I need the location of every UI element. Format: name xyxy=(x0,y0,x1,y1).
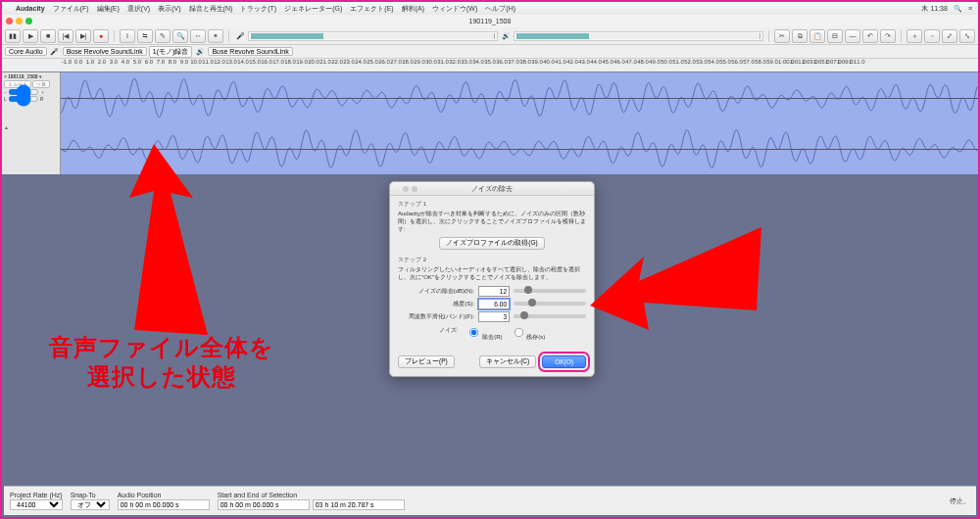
fit-selection-button[interactable]: ⤢ xyxy=(942,29,957,43)
sensitivity-slider[interactable] xyxy=(514,302,586,306)
annotation-arrow-right xyxy=(590,212,766,340)
noise-reduction-slider[interactable] xyxy=(514,289,586,293)
cut-button[interactable]: ✂ xyxy=(774,29,790,43)
tool-selection[interactable]: I xyxy=(120,29,135,43)
menu-help[interactable]: ヘルプ(H) xyxy=(485,4,515,14)
zoom-in-button[interactable]: ＋ xyxy=(906,29,922,43)
menu-extra-icon[interactable]: ≡ xyxy=(968,5,972,12)
snap-to-select[interactable]: オフ xyxy=(71,499,110,510)
record-button[interactable]: ● xyxy=(93,29,109,43)
track-close-icon[interactable]: × xyxy=(4,73,7,79)
copy-button[interactable]: ⧉ xyxy=(792,29,808,43)
speaker-icon: 🔊 xyxy=(194,46,206,58)
freq-smoothing-slider[interactable] xyxy=(514,314,586,318)
noise-reduction-label: ノイズの除去(dB)(N): xyxy=(398,287,474,296)
playback-device-select[interactable]: Bose Revolve SoundLink xyxy=(208,47,292,56)
fit-project-button[interactable]: ⤡ xyxy=(959,29,975,43)
speaker-icon: 🔊 xyxy=(500,30,512,42)
menu-select[interactable]: 選択(V) xyxy=(127,4,150,14)
get-noise-profile-button[interactable]: ノイズプロファイルの取得(G) xyxy=(439,237,544,250)
sensitivity-input[interactable] xyxy=(478,299,510,309)
recording-channels-select[interactable]: 1(モノ)録音 xyxy=(149,46,193,58)
audio-track[interactable]: ▲ xyxy=(2,123,978,174)
svg-marker-1 xyxy=(590,227,761,330)
menu-transport[interactable]: 録音と再生(N) xyxy=(189,4,233,14)
ok-button[interactable]: OK(O) xyxy=(542,355,586,368)
noise-removal-dialog: ノイズの除去 ステップ 1 Audacityが除去すべき対象を判断するために、ノ… xyxy=(389,181,595,377)
menu-file[interactable]: ファイル(F) xyxy=(53,4,89,14)
noise-remove-radio[interactable]: 除去(R) xyxy=(467,326,502,342)
skip-start-button[interactable]: |◀ xyxy=(58,29,74,43)
tool-envelope[interactable]: ≒ xyxy=(137,29,153,43)
tool-timeshift[interactable]: ↔ xyxy=(190,29,206,43)
recording-device-select[interactable]: Bose Revolve SoundLink xyxy=(63,47,147,56)
minimize-icon[interactable] xyxy=(403,186,409,192)
audio-track[interactable]: × 190119_1508 ▾ ミュートソロ − ＋ L R xyxy=(2,72,978,123)
menu-view[interactable]: 表示(V) xyxy=(158,4,180,14)
menu-window[interactable]: ウィンドウ(W) xyxy=(432,4,477,14)
selection-label: Start and End of Selection xyxy=(218,492,405,498)
selection-start-input[interactable] xyxy=(218,499,310,510)
track-control-panel[interactable]: × 190119_1508 ▾ ミュートソロ − ＋ L R xyxy=(2,72,61,123)
freq-smoothing-input[interactable] xyxy=(478,311,510,322)
track-control-panel-lower[interactable]: ▲ xyxy=(2,123,61,174)
cancel-button[interactable]: キャンセル(C) xyxy=(479,355,536,368)
waveform-channel-left[interactable] xyxy=(61,72,978,123)
waveform-channel-right[interactable] xyxy=(61,123,978,174)
transport-toolbar: ▮▮ ▶ ■ |◀ ▶| ● I ≒ ✎ 🔍 ↔ ✶ 🎤 🔊 ✂ ⧉ 📋 ⊟ ―… xyxy=(2,27,978,45)
maximize-icon[interactable] xyxy=(25,18,32,24)
minimize-icon[interactable] xyxy=(16,18,23,24)
stop-button[interactable]: ■ xyxy=(40,29,56,43)
annotation-text: 音声ファイル全体を 選択した状態 xyxy=(49,333,274,392)
step1-label: ステップ 1 xyxy=(398,200,586,209)
step1-description: Audacityが除去すべき対象を判断するために、ノイズのみの区間（数秒間）を選… xyxy=(398,211,586,233)
play-button[interactable]: ▶ xyxy=(23,29,38,43)
menu-analyze[interactable]: 解析(A) xyxy=(402,4,424,14)
selection-end-input[interactable] xyxy=(313,499,405,510)
noise-reduction-input[interactable] xyxy=(478,286,510,297)
menu-edit[interactable]: 編集(E) xyxy=(97,4,120,14)
audio-position-input[interactable] xyxy=(118,499,210,510)
menu-effect[interactable]: エフェクト(E) xyxy=(350,4,393,14)
tool-zoom[interactable]: 🔍 xyxy=(172,29,188,43)
silence-button[interactable]: ― xyxy=(845,29,860,43)
dialog-titlebar[interactable]: ノイズの除去 xyxy=(390,182,594,196)
noise-mode-label: ノイズ: xyxy=(439,326,459,342)
window-titlebar: 190119_1508 xyxy=(2,15,978,27)
playback-meter[interactable] xyxy=(514,31,763,41)
chevron-down-icon[interactable]: ▾ xyxy=(39,73,42,79)
step2-description: フィルタリングしたいオーディオをすべて選択し、除去の程度を選択し、次に"OK"を… xyxy=(398,266,586,282)
audio-position-label: Audio Position xyxy=(118,492,210,498)
selection-toolbar: Project Rate (Hz) 44100 Snap-To オフ Audio… xyxy=(4,486,976,515)
tool-multi[interactable]: ✶ xyxy=(208,29,223,43)
project-rate-select[interactable]: 44100 xyxy=(10,499,63,510)
skip-end-button[interactable]: ▶| xyxy=(75,29,91,43)
tracks-area: × 190119_1508 ▾ ミュートソロ − ＋ L R ▲ xyxy=(2,72,978,174)
maximize-icon[interactable] xyxy=(412,186,417,192)
window-traffic-lights[interactable] xyxy=(6,18,32,24)
device-toolbar: Core Audio 🎤 Bose Revolve SoundLink 1(モノ… xyxy=(2,45,978,59)
menu-tracks[interactable]: トラック(T) xyxy=(240,4,276,14)
sensitivity-label: 感度(S): xyxy=(398,300,474,308)
search-icon[interactable]: 🔍 xyxy=(954,5,962,13)
redo-button[interactable]: ↷ xyxy=(880,29,896,43)
undo-button[interactable]: ↶ xyxy=(862,29,878,43)
audio-host-select[interactable]: Core Audio xyxy=(5,47,47,56)
menubar-app-name[interactable]: Audacity xyxy=(16,5,45,12)
snap-to-label: Snap-To xyxy=(71,492,110,498)
close-icon[interactable] xyxy=(394,186,400,192)
trim-button[interactable]: ⊟ xyxy=(827,29,843,43)
preview-button[interactable]: プレビュー(P) xyxy=(398,355,455,368)
zoom-out-button[interactable]: － xyxy=(924,29,940,43)
window-title: 190119_1508 xyxy=(469,18,512,24)
macos-menubar: Audacity ファイル(F) 編集(E) 選択(V) 表示(V) 録音と再生… xyxy=(2,2,978,15)
pause-button[interactable]: ▮▮ xyxy=(5,29,21,43)
tool-draw[interactable]: ✎ xyxy=(155,29,171,43)
recording-meter[interactable] xyxy=(248,31,498,41)
menu-generate[interactable]: ジェネレーター(G) xyxy=(284,4,342,14)
close-icon[interactable] xyxy=(6,18,13,24)
noise-residue-radio[interactable]: 残存(s) xyxy=(513,326,546,342)
pan-slider[interactable] xyxy=(8,96,39,102)
paste-button[interactable]: 📋 xyxy=(809,29,825,43)
timeline-ruler[interactable]: -1.00.01.02.03.04.05.06.07.08.09.010.011… xyxy=(2,59,978,72)
